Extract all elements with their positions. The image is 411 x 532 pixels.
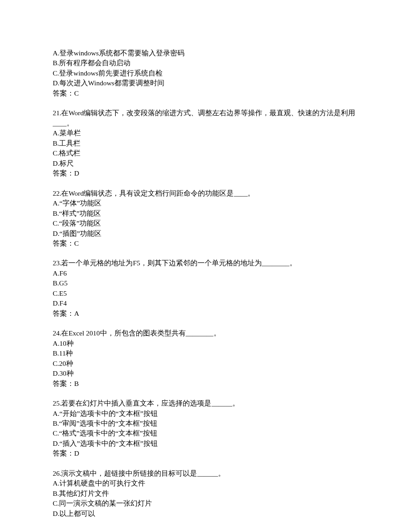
option-c: C.E5: [53, 289, 358, 298]
question-stem: 24.在Excel 2010中，所包含的图表类型共有________。: [53, 328, 358, 338]
option-b: B.“样式”功能区: [53, 209, 358, 218]
option-a: A.计算机硬盘中的可执行文件: [53, 478, 358, 488]
option-d: D.30种: [53, 369, 358, 378]
option-c: C.格式栏: [53, 148, 358, 158]
blank-separator: [53, 248, 358, 258]
question-25: 25.若要在幻灯片中插入垂直文本，应选择的选项是______。 A.“开始”选项…: [53, 398, 358, 459]
option-b: B.G5: [53, 278, 358, 288]
option-d: D.每次进入Windows都需要调整时间: [53, 78, 358, 88]
option-d: D.“插入”选项卡中的“文本框”按钮: [53, 439, 358, 448]
blank-separator: [53, 179, 358, 189]
question-22: 22.在Word编辑状态，具有设定文档行间距命令的功能区是____。 A.“字体…: [53, 189, 358, 249]
option-b: B.其他幻灯片文件: [53, 489, 358, 498]
option-d: D.标尺: [53, 159, 358, 168]
question-26: 26.演示文稿中，超链接中所链接的目标可以是______。 A.计算机硬盘中的可…: [53, 469, 358, 519]
option-c: C.20种: [53, 359, 358, 369]
option-d: D.F4: [53, 298, 358, 308]
option-c: C.同一演示文稿的某一张幻灯片: [53, 498, 358, 508]
option-b: B.工具栏: [53, 138, 358, 148]
answer-line: 答案：C: [53, 88, 358, 98]
option-a: A.菜单栏: [53, 128, 358, 138]
answer-line: 答案：A: [53, 309, 358, 318]
blank-separator: [53, 318, 358, 328]
option-b: B.所有程序都会自动启动: [53, 58, 358, 68]
option-a: A.F6: [53, 268, 358, 278]
blank-separator: [53, 389, 358, 398]
blank-separator: [53, 98, 358, 108]
leading-question-remainder: A.登录windows系统都不需要输入登录密码 B.所有程序都会自动启动 C.登…: [53, 48, 358, 98]
question-stem: 25.若要在幻灯片中插入垂直文本，应选择的选项是______。: [53, 398, 358, 408]
option-c: C.“段落”功能区: [53, 218, 358, 228]
option-d: D.以上都可以: [53, 509, 358, 519]
option-d: D.“插图”功能区: [53, 229, 358, 239]
option-a: A.10种: [53, 339, 358, 348]
option-a: A.“字体”功能区: [53, 198, 358, 208]
option-a: A.登录windows系统都不需要输入登录密码: [53, 48, 358, 58]
answer-line: 答案：B: [53, 379, 358, 389]
question-21: 21.在Word编辑状态下，改变段落的缩进方式、调整左右边界等操作，最直观、快速…: [53, 108, 358, 178]
option-a: A.“开始”选项卡中的“文本框”按钮: [53, 409, 358, 419]
blank-separator: [53, 459, 358, 469]
answer-line: 答案：D: [53, 168, 358, 178]
answer-line: 答案：C: [53, 239, 358, 248]
option-b: B.“审阅”选项卡中的“文本框”按钮: [53, 419, 358, 428]
question-24: 24.在Excel 2010中，所包含的图表类型共有________。 A.10…: [53, 328, 358, 389]
option-c: C.“格式”选项卡中的“文本框”按钮: [53, 428, 358, 438]
document-page: A.登录windows系统都不需要输入登录密码 B.所有程序都会自动启动 C.登…: [0, 0, 411, 532]
question-stem: 26.演示文稿中，超链接中所链接的目标可以是______。: [53, 469, 358, 478]
question-stem: 21.在Word编辑状态下，改变段落的缩进方式、调整左右边界等操作，最直观、快速…: [53, 108, 358, 128]
answer-line: 答案：D: [53, 448, 358, 458]
question-stem: 22.在Word编辑状态，具有设定文档行间距命令的功能区是____。: [53, 189, 358, 198]
question-23: 23.若一个单元格的地址为F5，则其下边紧邻的一个单元格的地址为________…: [53, 258, 358, 318]
option-c: C.登录windows前先要进行系统自检: [53, 68, 358, 78]
option-b: B.11种: [53, 348, 358, 358]
question-stem: 23.若一个单元格的地址为F5，则其下边紧邻的一个单元格的地址为________…: [53, 258, 358, 268]
